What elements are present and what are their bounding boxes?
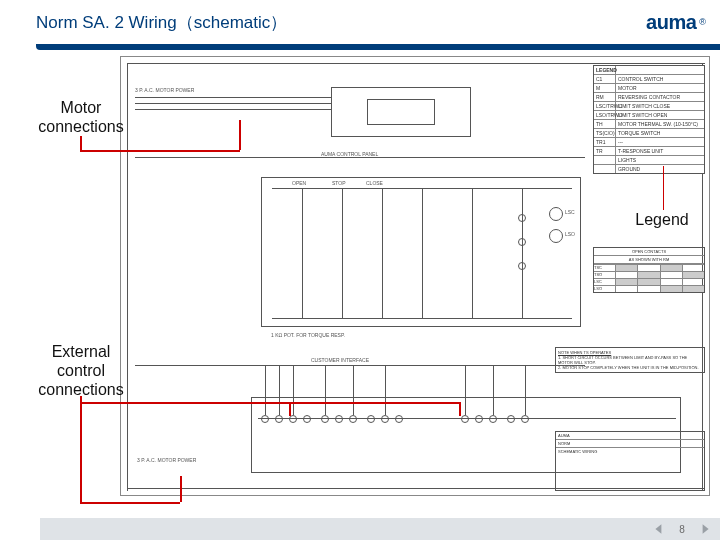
- legend-sym: [594, 165, 616, 173]
- oc-row: TSC: [594, 265, 616, 271]
- legend-sym: LSO/TRWO: [594, 111, 616, 119]
- prev-arrow-icon[interactable]: [652, 522, 666, 536]
- lbl-pot: 1 KΩ POT. FOR TORQUE RESP.: [271, 332, 345, 338]
- callout-external-text: External control connections: [38, 343, 123, 398]
- leader-motor-h: [80, 150, 240, 152]
- legend-desc: T-RESPONSE UNIT: [616, 147, 704, 155]
- schematic-control-box: OPEN STOP CLOSE: [261, 177, 581, 327]
- leader-ext-u1: [289, 402, 291, 416]
- trademark-symbol: ®: [699, 17, 706, 27]
- legend-desc: MOTOR THERMAL SW. (10-150°C): [616, 120, 704, 128]
- legend-sym: RM: [594, 93, 616, 101]
- leader-ext-u2: [459, 402, 461, 416]
- open-contacts-table: OPEN CONTACTS AS SHOWN WITH RM TSC TSO L…: [593, 247, 705, 293]
- legend-desc: REVERSING CONTACTOR: [616, 93, 704, 101]
- leader-ext-bu: [180, 476, 182, 502]
- callout-legend: Legend: [622, 210, 702, 229]
- legend-sym: C1: [594, 75, 616, 83]
- lbl-stop: STOP: [332, 180, 346, 186]
- leader-motor-v2: [239, 120, 241, 150]
- brand-logo: auma ®: [646, 11, 706, 34]
- legend-desc: ---: [616, 138, 704, 146]
- leader-ext-h2: [80, 402, 460, 404]
- content-area: Motor connections Legend External contro…: [0, 50, 720, 518]
- oc-row: TSO: [594, 272, 616, 278]
- leader-ext-v: [80, 396, 82, 502]
- legend-desc: LIMIT SWITCH OPEN: [616, 111, 704, 119]
- callout-motor-text: Motor connections: [38, 99, 123, 135]
- legend-heading: LEGEND: [594, 66, 616, 74]
- lbl-motor-power: 3 P. A.C. MOTOR POWER: [135, 87, 194, 93]
- callout-legend-text: Legend: [635, 211, 688, 228]
- slide-header: Norm SA. 2 Wiring（schematic） auma ®: [0, 0, 720, 44]
- legend-desc: GROUND: [616, 165, 704, 173]
- legend-desc: LIMIT SWITCH CLOSE: [616, 102, 704, 110]
- tb-model: NORM: [556, 439, 704, 447]
- lbl-open: OPEN: [292, 180, 306, 186]
- legend-desc: CONTROL SWITCH: [616, 75, 704, 83]
- legend-sym: [594, 156, 616, 164]
- legend-sym: TS(C/O): [594, 129, 616, 137]
- oc-row: LSC: [594, 279, 616, 285]
- lbl-lsc: LSC: [565, 209, 575, 215]
- lbl-lso: LSO: [565, 231, 575, 237]
- legend-desc: TORQUE SWITCH: [616, 129, 704, 137]
- tb-company: AUMA: [556, 432, 704, 439]
- leader-motor-v: [80, 136, 82, 150]
- schematic-drawing: 3 P. A.C. MOTOR POWER AUMA CONTROL PANEL…: [120, 56, 710, 496]
- note-line2: 2. MOTOR STOP COMPLETELY WHEN THE UNIT I…: [558, 365, 702, 370]
- page-number: 8: [676, 524, 688, 535]
- next-arrow-icon[interactable]: [698, 522, 712, 536]
- schematic-motor-inner: [367, 99, 435, 125]
- leader-legend-v: [663, 166, 665, 210]
- legend-sym: TR1: [594, 138, 616, 146]
- page-title: Norm SA. 2 Wiring（schematic）: [36, 11, 287, 34]
- callout-motor-connections: Motor connections: [26, 98, 136, 136]
- drawing-titleblock: AUMA NORM SCHEMATIC WIRING: [555, 431, 705, 491]
- lbl-close: CLOSE: [366, 180, 383, 186]
- open-contacts-subtitle: AS SHOWN WITH RM: [594, 256, 704, 264]
- legend-desc: LIGHTS: [616, 156, 704, 164]
- svg-marker-1: [703, 524, 709, 534]
- slide-footer: 8: [40, 518, 720, 540]
- schematic-note: NOTE WHEN TS OPERATES 1. SHORT CIRCUIT O…: [555, 347, 705, 373]
- legend-sym: TR: [594, 147, 616, 155]
- svg-marker-0: [655, 524, 661, 534]
- legend-sym: TH: [594, 120, 616, 128]
- logo-text: auma: [646, 11, 696, 34]
- tb-type: SCHEMATIC WIRING: [556, 447, 704, 455]
- legend-sym: LSC/TRWC: [594, 102, 616, 110]
- callout-external-control: External control connections: [26, 342, 136, 400]
- oc-row: LSO: [594, 286, 616, 292]
- legend-desc: MOTOR: [616, 84, 704, 92]
- legend-table: LEGEND C1CONTROL SWITCH MMOTOR RMREVERSI…: [593, 65, 705, 174]
- lbl-motor-power2: 3 P. A.C. MOTOR POWER: [137, 457, 196, 463]
- leader-ext-bottom: [80, 502, 180, 504]
- note-line1: 1. SHORT CIRCUIT OCCURS BETWEEN LIMIT AN…: [558, 355, 702, 365]
- lbl-customer: CUSTOMER INTERFACE: [311, 357, 369, 363]
- open-contacts-title: OPEN CONTACTS: [594, 248, 704, 256]
- legend-sym: M: [594, 84, 616, 92]
